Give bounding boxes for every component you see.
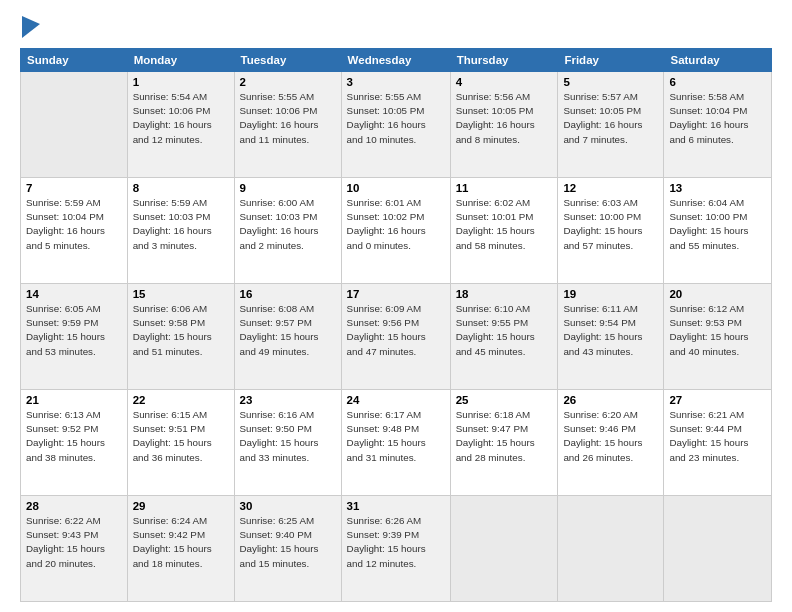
calendar-day-cell: 22Sunrise: 6:15 AM Sunset: 9:51 PM Dayli… — [127, 390, 234, 496]
day-number: 1 — [133, 76, 229, 88]
day-info: Sunrise: 6:02 AM Sunset: 10:01 PM Daylig… — [456, 196, 553, 253]
weekday-header-wednesday: Wednesday — [341, 49, 450, 72]
weekday-header-saturday: Saturday — [664, 49, 772, 72]
calendar-day-cell: 14Sunrise: 6:05 AM Sunset: 9:59 PM Dayli… — [21, 284, 128, 390]
calendar-day-cell: 25Sunrise: 6:18 AM Sunset: 9:47 PM Dayli… — [450, 390, 558, 496]
calendar-day-cell: 23Sunrise: 6:16 AM Sunset: 9:50 PM Dayli… — [234, 390, 341, 496]
day-number: 23 — [240, 394, 336, 406]
calendar-page: SundayMondayTuesdayWednesdayThursdayFrid… — [0, 0, 792, 612]
day-info: Sunrise: 6:00 AM Sunset: 10:03 PM Daylig… — [240, 196, 336, 253]
calendar-day-cell: 7Sunrise: 5:59 AM Sunset: 10:04 PM Dayli… — [21, 178, 128, 284]
logo — [20, 18, 40, 38]
day-info: Sunrise: 6:01 AM Sunset: 10:02 PM Daylig… — [347, 196, 445, 253]
day-info: Sunrise: 6:18 AM Sunset: 9:47 PM Dayligh… — [456, 408, 553, 465]
day-number: 17 — [347, 288, 445, 300]
day-info: Sunrise: 5:58 AM Sunset: 10:04 PM Daylig… — [669, 90, 766, 147]
calendar-day-cell: 9Sunrise: 6:00 AM Sunset: 10:03 PM Dayli… — [234, 178, 341, 284]
calendar-day-cell: 20Sunrise: 6:12 AM Sunset: 9:53 PM Dayli… — [664, 284, 772, 390]
day-number: 22 — [133, 394, 229, 406]
day-info: Sunrise: 6:09 AM Sunset: 9:56 PM Dayligh… — [347, 302, 445, 359]
calendar-day-cell: 10Sunrise: 6:01 AM Sunset: 10:02 PM Dayl… — [341, 178, 450, 284]
calendar-day-cell — [450, 496, 558, 602]
day-number: 8 — [133, 182, 229, 194]
calendar-day-cell: 5Sunrise: 5:57 AM Sunset: 10:05 PM Dayli… — [558, 72, 664, 178]
logo-icon — [22, 16, 40, 38]
calendar-week-row: 7Sunrise: 5:59 AM Sunset: 10:04 PM Dayli… — [21, 178, 772, 284]
day-number: 6 — [669, 76, 766, 88]
calendar-day-cell: 29Sunrise: 6:24 AM Sunset: 9:42 PM Dayli… — [127, 496, 234, 602]
weekday-header-tuesday: Tuesday — [234, 49, 341, 72]
day-number: 24 — [347, 394, 445, 406]
day-info: Sunrise: 6:24 AM Sunset: 9:42 PM Dayligh… — [133, 514, 229, 571]
day-number: 4 — [456, 76, 553, 88]
calendar-day-cell: 15Sunrise: 6:06 AM Sunset: 9:58 PM Dayli… — [127, 284, 234, 390]
day-number: 3 — [347, 76, 445, 88]
calendar-day-cell: 13Sunrise: 6:04 AM Sunset: 10:00 PM Dayl… — [664, 178, 772, 284]
day-number: 30 — [240, 500, 336, 512]
weekday-header-sunday: Sunday — [21, 49, 128, 72]
day-info: Sunrise: 5:57 AM Sunset: 10:05 PM Daylig… — [563, 90, 658, 147]
day-number: 19 — [563, 288, 658, 300]
day-info: Sunrise: 5:55 AM Sunset: 10:06 PM Daylig… — [240, 90, 336, 147]
day-info: Sunrise: 6:05 AM Sunset: 9:59 PM Dayligh… — [26, 302, 122, 359]
day-info: Sunrise: 5:59 AM Sunset: 10:04 PM Daylig… — [26, 196, 122, 253]
day-number: 29 — [133, 500, 229, 512]
weekday-header-friday: Friday — [558, 49, 664, 72]
day-number: 14 — [26, 288, 122, 300]
calendar-week-row: 21Sunrise: 6:13 AM Sunset: 9:52 PM Dayli… — [21, 390, 772, 496]
day-number: 31 — [347, 500, 445, 512]
calendar-day-cell: 18Sunrise: 6:10 AM Sunset: 9:55 PM Dayli… — [450, 284, 558, 390]
calendar-day-cell: 16Sunrise: 6:08 AM Sunset: 9:57 PM Dayli… — [234, 284, 341, 390]
weekday-header-thursday: Thursday — [450, 49, 558, 72]
day-number: 16 — [240, 288, 336, 300]
day-info: Sunrise: 5:54 AM Sunset: 10:06 PM Daylig… — [133, 90, 229, 147]
day-info: Sunrise: 6:12 AM Sunset: 9:53 PM Dayligh… — [669, 302, 766, 359]
day-number: 12 — [563, 182, 658, 194]
calendar-day-cell: 26Sunrise: 6:20 AM Sunset: 9:46 PM Dayli… — [558, 390, 664, 496]
calendar-day-cell: 8Sunrise: 5:59 AM Sunset: 10:03 PM Dayli… — [127, 178, 234, 284]
calendar-day-cell: 12Sunrise: 6:03 AM Sunset: 10:00 PM Dayl… — [558, 178, 664, 284]
calendar-day-cell: 28Sunrise: 6:22 AM Sunset: 9:43 PM Dayli… — [21, 496, 128, 602]
calendar-day-cell — [664, 496, 772, 602]
calendar-day-cell — [558, 496, 664, 602]
calendar-day-cell: 2Sunrise: 5:55 AM Sunset: 10:06 PM Dayli… — [234, 72, 341, 178]
day-number: 13 — [669, 182, 766, 194]
calendar-day-cell: 19Sunrise: 6:11 AM Sunset: 9:54 PM Dayli… — [558, 284, 664, 390]
day-info: Sunrise: 6:03 AM Sunset: 10:00 PM Daylig… — [563, 196, 658, 253]
day-info: Sunrise: 6:22 AM Sunset: 9:43 PM Dayligh… — [26, 514, 122, 571]
calendar-day-cell — [21, 72, 128, 178]
day-info: Sunrise: 6:04 AM Sunset: 10:00 PM Daylig… — [669, 196, 766, 253]
day-number: 26 — [563, 394, 658, 406]
day-info: Sunrise: 5:55 AM Sunset: 10:05 PM Daylig… — [347, 90, 445, 147]
weekday-header-monday: Monday — [127, 49, 234, 72]
day-info: Sunrise: 5:56 AM Sunset: 10:05 PM Daylig… — [456, 90, 553, 147]
day-number: 15 — [133, 288, 229, 300]
day-info: Sunrise: 6:08 AM Sunset: 9:57 PM Dayligh… — [240, 302, 336, 359]
svg-marker-0 — [22, 16, 40, 38]
day-info: Sunrise: 6:26 AM Sunset: 9:39 PM Dayligh… — [347, 514, 445, 571]
calendar-day-cell: 17Sunrise: 6:09 AM Sunset: 9:56 PM Dayli… — [341, 284, 450, 390]
day-number: 9 — [240, 182, 336, 194]
day-number: 7 — [26, 182, 122, 194]
day-number: 2 — [240, 76, 336, 88]
day-info: Sunrise: 6:20 AM Sunset: 9:46 PM Dayligh… — [563, 408, 658, 465]
day-number: 5 — [563, 76, 658, 88]
day-number: 25 — [456, 394, 553, 406]
calendar-day-cell: 4Sunrise: 5:56 AM Sunset: 10:05 PM Dayli… — [450, 72, 558, 178]
day-info: Sunrise: 6:06 AM Sunset: 9:58 PM Dayligh… — [133, 302, 229, 359]
day-info: Sunrise: 6:25 AM Sunset: 9:40 PM Dayligh… — [240, 514, 336, 571]
day-number: 20 — [669, 288, 766, 300]
day-info: Sunrise: 6:11 AM Sunset: 9:54 PM Dayligh… — [563, 302, 658, 359]
header — [20, 18, 772, 38]
calendar-week-row: 14Sunrise: 6:05 AM Sunset: 9:59 PM Dayli… — [21, 284, 772, 390]
calendar-day-cell: 27Sunrise: 6:21 AM Sunset: 9:44 PM Dayli… — [664, 390, 772, 496]
calendar-table: SundayMondayTuesdayWednesdayThursdayFrid… — [20, 48, 772, 602]
calendar-week-row: 28Sunrise: 6:22 AM Sunset: 9:43 PM Dayli… — [21, 496, 772, 602]
day-info: Sunrise: 6:15 AM Sunset: 9:51 PM Dayligh… — [133, 408, 229, 465]
day-info: Sunrise: 6:13 AM Sunset: 9:52 PM Dayligh… — [26, 408, 122, 465]
calendar-day-cell: 6Sunrise: 5:58 AM Sunset: 10:04 PM Dayli… — [664, 72, 772, 178]
calendar-day-cell: 3Sunrise: 5:55 AM Sunset: 10:05 PM Dayli… — [341, 72, 450, 178]
day-info: Sunrise: 6:21 AM Sunset: 9:44 PM Dayligh… — [669, 408, 766, 465]
calendar-week-row: 1Sunrise: 5:54 AM Sunset: 10:06 PM Dayli… — [21, 72, 772, 178]
calendar-day-cell: 11Sunrise: 6:02 AM Sunset: 10:01 PM Dayl… — [450, 178, 558, 284]
